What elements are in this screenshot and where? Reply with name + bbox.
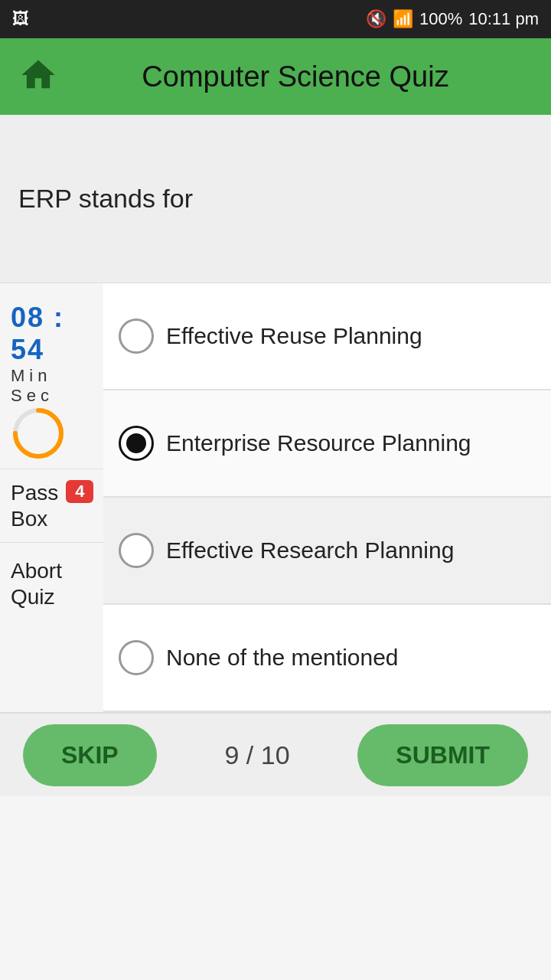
option-text-3: Effective Research Planning <box>166 537 454 564</box>
battery-label: 100% <box>419 9 462 29</box>
skip-button[interactable]: SKIP <box>23 724 157 786</box>
radio-btn-2[interactable] <box>119 426 154 461</box>
timer-seconds: 54 <box>11 334 44 365</box>
sidebar: 08 : 54 Min Sec Pass Box <box>0 283 103 712</box>
page-title: Computer Science Quiz <box>58 60 533 93</box>
radio-btn-4[interactable] <box>119 640 154 675</box>
option-text-4: None of the mentioned <box>166 645 399 671</box>
abort-quiz-section[interactable]: Abort Quiz <box>0 542 103 620</box>
timer-section: 08 : 54 Min Sec <box>0 291 103 469</box>
time-label: 10:11 pm <box>468 9 539 29</box>
pass-box-badge: 4 <box>66 480 93 503</box>
option-row[interactable]: Effective Research Planning <box>103 498 551 605</box>
option-text-2: Enterprise Resource Planning <box>166 430 471 456</box>
question-card: ERP stands for <box>0 115 551 283</box>
option-row[interactable]: Enterprise Resource Planning <box>103 390 551 498</box>
radio-btn-1[interactable] <box>119 318 154 354</box>
question-text: ERP stands for <box>18 184 193 214</box>
options-column: Effective Reuse Planning Enterprise Reso… <box>103 283 551 712</box>
radio-btn-3[interactable] <box>119 533 154 568</box>
sim-icon: 📶 <box>393 9 413 29</box>
timer-minutes: 08 <box>11 302 44 333</box>
option-text-1: Effective Reuse Planning <box>166 323 422 349</box>
timer-digits: 08 : 54 <box>11 302 96 366</box>
status-icons: 🔇 📶 100% 10:11 pm <box>366 9 539 29</box>
main-content: 08 : 54 Min Sec Pass Box <box>0 283 551 712</box>
home-button[interactable] <box>18 55 58 98</box>
page-counter: 9 / 10 <box>224 740 289 770</box>
timer-circle <box>11 406 66 461</box>
abort-quiz-label: Abort Quiz <box>11 558 96 609</box>
pass-box-label: Pass Box <box>11 480 58 531</box>
photo-icon: 🖼 <box>12 9 29 29</box>
status-bar: 🖼 🔇 📶 100% 10:11 pm <box>0 0 551 38</box>
option-row[interactable]: Effective Reuse Planning <box>103 283 551 390</box>
bottom-bar: SKIP 9 / 10 SUBMIT <box>0 712 551 796</box>
option-row[interactable]: None of the mentioned <box>103 605 551 712</box>
mute-icon: 🔇 <box>366 9 386 29</box>
submit-button[interactable]: SUBMIT <box>357 724 528 786</box>
timer-labels: Min Sec <box>11 366 96 406</box>
pass-box-section[interactable]: Pass Box 4 <box>0 469 103 542</box>
app-bar: Computer Science Quiz <box>0 38 551 115</box>
